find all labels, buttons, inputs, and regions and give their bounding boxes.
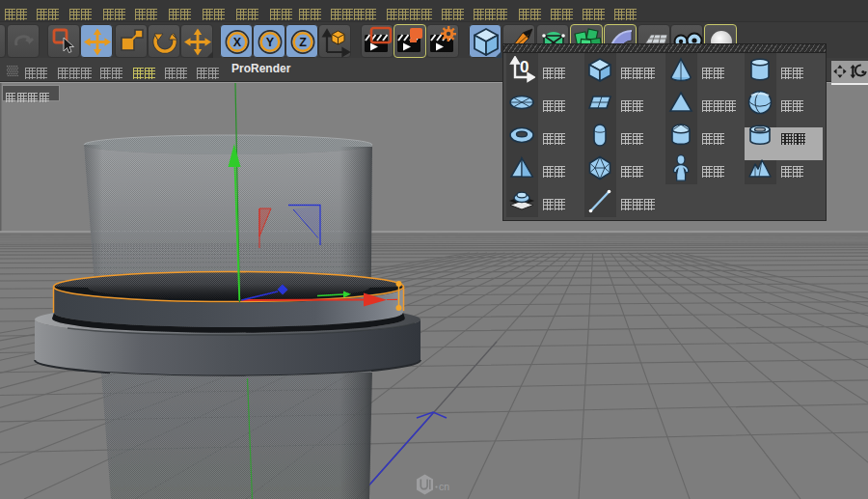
svg-text:Z: Z <box>299 36 307 49</box>
svg-text:cn: cn <box>439 481 449 492</box>
svg-text:Y: Y <box>266 36 275 49</box>
svg-text:X: X <box>233 36 242 49</box>
svg-text:0: 0 <box>520 58 529 76</box>
